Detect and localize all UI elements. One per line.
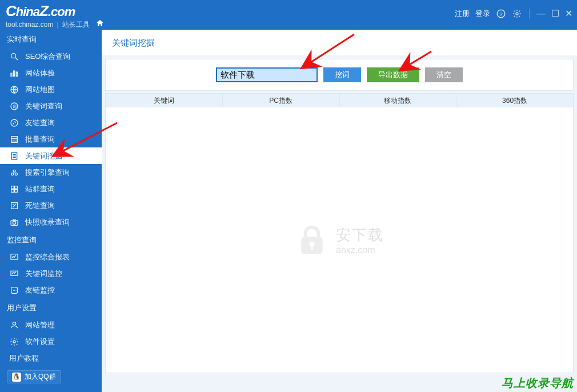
lock-icon xyxy=(295,223,329,257)
sidebar-item-friendlink-monitor[interactable]: 友链监控 xyxy=(0,282,102,298)
sidebar-item-keyword-query[interactable]: 词 关键词查询 xyxy=(0,98,102,114)
th-keyword[interactable]: 关键词 xyxy=(106,94,223,107)
sidebar-item-site-exp[interactable]: 网站体验 xyxy=(0,65,102,81)
svg-rect-29 xyxy=(11,254,18,259)
app-header: ChinaZ.com tool.chinaz.com | 站长工具 注册 登录 … xyxy=(0,0,577,30)
svg-point-33 xyxy=(13,341,15,343)
dig-button[interactable]: 挖词 xyxy=(323,67,361,82)
table-header-row: 关键词 PC指数 移动指数 360指数 xyxy=(106,94,573,107)
sidebar-item-label: 监控综合报表 xyxy=(25,252,70,262)
svg-rect-25 xyxy=(15,189,18,192)
sidebar-item-label: 关键词查询 xyxy=(25,101,62,111)
svg-rect-23 xyxy=(15,186,18,189)
sidebar-item-monitor-report[interactable]: 监控综合报表 xyxy=(0,249,102,265)
svg-rect-22 xyxy=(11,186,14,189)
subdomain-text: tool.chinaz.com xyxy=(6,21,53,29)
separator xyxy=(529,9,530,19)
svg-point-32 xyxy=(13,322,15,325)
svg-point-19 xyxy=(13,170,15,172)
svg-point-21 xyxy=(15,173,17,175)
watermark: 安下载 anxz.com xyxy=(295,223,384,257)
link-icon xyxy=(9,118,19,128)
sidebar-item-deadlink[interactable]: 死链查询 xyxy=(0,197,102,214)
link-monitor-icon xyxy=(9,285,19,295)
results-table: 关键词 PC指数 移动指数 360指数 安下载 anxz.com xyxy=(105,93,574,373)
sidebar-item-sitemap[interactable]: 网站地图 xyxy=(0,81,102,98)
export-button[interactable]: 导出数据 xyxy=(367,67,419,82)
svg-rect-12 xyxy=(11,136,18,142)
register-link[interactable]: 注册 xyxy=(455,9,470,19)
chart-icon xyxy=(9,68,19,78)
maximize-button[interactable]: ☐ xyxy=(551,8,559,19)
sidebar-item-seo[interactable]: SEO综合查询 xyxy=(0,48,102,65)
site-mgmt-icon xyxy=(9,320,19,330)
svg-rect-36 xyxy=(311,245,313,250)
join-qq-button[interactable]: 🐧 加入QQ群 xyxy=(7,370,61,383)
sidebar-item-label: SEO综合查询 xyxy=(25,51,70,62)
svg-rect-5 xyxy=(11,73,12,76)
sidebar-item-keyword-mining[interactable]: 关键词挖掘 xyxy=(0,147,102,164)
svg-point-2 xyxy=(516,13,518,15)
tutorial-link[interactable]: 用户教程 xyxy=(0,350,102,367)
sidebar-item-label: 死链查询 xyxy=(25,201,55,211)
logo-subtitle: tool.chinaz.com | 站长工具 xyxy=(6,19,105,30)
toolbar: 挖词 导出数据 清空 xyxy=(105,59,574,91)
page-title: 关键词挖掘 xyxy=(102,30,577,55)
deadlink-icon xyxy=(9,201,19,211)
login-link[interactable]: 登录 xyxy=(475,9,490,19)
sidebar-item-search-engine[interactable]: 搜索引擎查询 xyxy=(0,164,102,181)
svg-rect-7 xyxy=(16,72,17,76)
keyword-icon: 词 xyxy=(9,101,19,111)
sidebar-item-batch[interactable]: 批量查询 xyxy=(0,131,102,147)
header-right: 注册 登录 ? — ☐ ✕ xyxy=(455,8,572,19)
sidebar: 实时查询 SEO综合查询 网站体验 网站地图 词 关键词查询 友链查询 批量查询… xyxy=(0,30,102,392)
th-pc-index[interactable]: PC指数 xyxy=(223,94,340,107)
sidebar-item-label: 站群查询 xyxy=(25,184,55,194)
seo-icon xyxy=(9,51,19,62)
sidebar-item-friendlink[interactable]: 友链查询 xyxy=(0,114,102,131)
th-mobile-index[interactable]: 移动指数 xyxy=(340,94,457,107)
monitor-icon xyxy=(9,252,19,262)
section-title-2: 用户设置 xyxy=(0,298,102,317)
svg-point-3 xyxy=(11,53,16,58)
batch-icon xyxy=(9,134,19,145)
svg-text:词: 词 xyxy=(13,104,17,108)
watermark-sub: anxz.com xyxy=(336,245,384,255)
sidebar-item-app-settings[interactable]: 软件设置 xyxy=(0,333,102,350)
svg-text:?: ? xyxy=(499,10,503,17)
settings-icon xyxy=(9,337,19,347)
svg-rect-24 xyxy=(11,189,14,192)
clear-button[interactable]: 清空 xyxy=(425,67,463,82)
logo-block: ChinaZ.com tool.chinaz.com | 站长工具 xyxy=(0,0,110,30)
snapshot-icon xyxy=(9,217,19,227)
sidebar-item-label: 快照收录查询 xyxy=(25,217,70,227)
sidebar-item-label: 软件设置 xyxy=(25,337,55,347)
help-icon[interactable]: ? xyxy=(496,9,506,19)
sidebar-item-label: 批量查询 xyxy=(25,134,55,145)
svg-rect-34 xyxy=(301,237,323,254)
home-icon[interactable] xyxy=(95,19,105,30)
sidebar-item-label: 友链监控 xyxy=(25,285,55,295)
svg-point-11 xyxy=(11,119,18,126)
sidebar-item-keyword-monitor[interactable]: 关键词监控 xyxy=(0,265,102,282)
main-content: 关键词挖掘 挖词 导出数据 清空 关键词 PC指数 移动指数 360指数 安下载… xyxy=(102,30,577,392)
keyword-input[interactable] xyxy=(216,67,318,82)
sidebar-item-sitegroup[interactable]: 站群查询 xyxy=(0,181,102,197)
search-engine-icon xyxy=(9,167,19,178)
sidebar-item-label: 网站体验 xyxy=(25,68,55,78)
sidebar-item-label: 友链查询 xyxy=(25,118,55,128)
svg-point-20 xyxy=(11,173,14,175)
svg-rect-6 xyxy=(14,71,15,76)
th-360-index[interactable]: 360指数 xyxy=(456,94,573,107)
section-title-0: 实时查询 xyxy=(0,30,102,48)
sidebar-item-snapshot[interactable]: 快照收录查询 xyxy=(0,214,102,230)
sidebar-item-label: 网站管理 xyxy=(25,320,55,330)
sidebar-item-site-mgmt[interactable]: 网站管理 xyxy=(0,317,102,333)
gear-icon[interactable] xyxy=(512,9,522,19)
qq-label: 加入QQ群 xyxy=(25,372,56,382)
minimize-button[interactable]: — xyxy=(536,9,546,19)
close-button[interactable]: ✕ xyxy=(565,8,572,19)
keyword-monitor-icon xyxy=(9,269,19,279)
svg-point-35 xyxy=(309,242,314,247)
svg-line-4 xyxy=(15,58,18,60)
